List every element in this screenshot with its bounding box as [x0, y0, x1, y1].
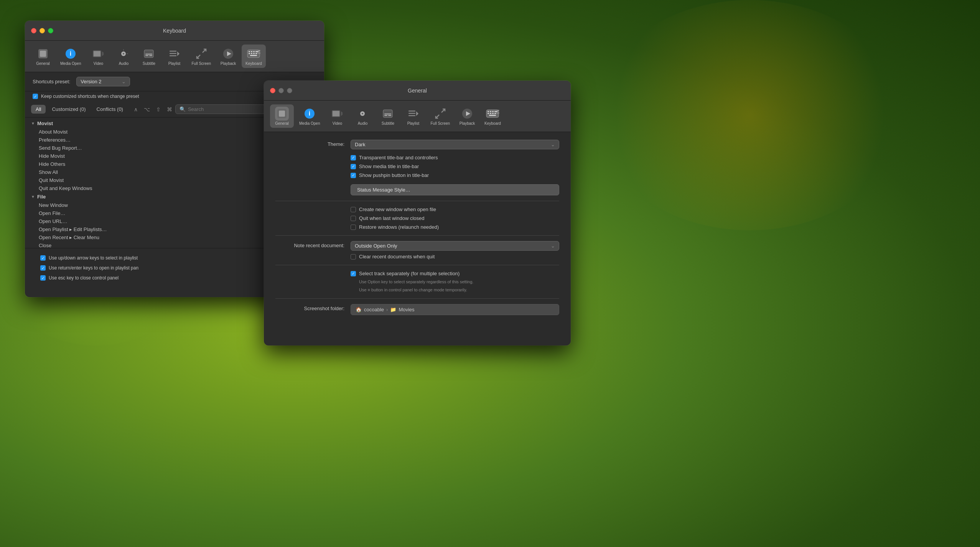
- general-toolbar-item-keyboard[interactable]: off option Keyboard: [481, 104, 505, 128]
- zoom-button[interactable]: [48, 28, 53, 33]
- option-icon[interactable]: ⌥: [142, 106, 152, 113]
- up-arrow-icon[interactable]: ∧: [132, 106, 139, 113]
- shift-icon[interactable]: ⇧: [155, 106, 162, 113]
- general-title-bar: General: [264, 81, 571, 101]
- transparent-titlebar-checkbox[interactable]: ✓: [351, 155, 356, 160]
- menu-item-label: Open File…: [39, 210, 65, 216]
- toolbar-item-playback[interactable]: Playback: [216, 45, 240, 68]
- general-toolbar-general-icon: [275, 107, 289, 121]
- menu-item-label: Hide Others: [39, 161, 65, 167]
- general-toolbar-label-keyboard: Keyboard: [484, 121, 501, 126]
- return-keys-checkbox[interactable]: ✓: [40, 265, 46, 271]
- general-toolbar-item-audio[interactable]: Audio: [351, 104, 374, 128]
- general-toolbar-item-fullscreen[interactable]: Full Screen: [427, 104, 454, 128]
- filter-tab-conflicts[interactable]: Conflicts (0): [92, 105, 128, 114]
- svg-rect-43: [333, 111, 339, 116]
- note-recent-value: Outside Open Only: [355, 243, 397, 249]
- show-pushpin-checkbox[interactable]: ✓: [351, 173, 356, 178]
- clear-recent-checkbox[interactable]: [351, 254, 356, 259]
- status-message-style-button[interactable]: Status Message Style…: [351, 184, 559, 195]
- section-collapse-icon: ▼: [31, 121, 35, 126]
- arrow-keys-checkbox[interactable]: ✓: [40, 255, 46, 261]
- toolbar-item-playlist[interactable]: Playlist: [162, 45, 186, 68]
- toolbar-item-video[interactable]: Video: [86, 45, 110, 68]
- shortcuts-preset-label: Shortcuts preset:: [33, 79, 70, 84]
- general-video-icon: [330, 107, 344, 121]
- svg-text:option: option: [496, 112, 499, 114]
- general-minimize-button[interactable]: [278, 88, 284, 93]
- general-toolbar-item-subtitle[interactable]: Subtitle: [376, 104, 400, 128]
- svg-marker-19: [177, 51, 180, 56]
- theme-control: Dark ⌄: [351, 140, 559, 149]
- svg-rect-62: [492, 111, 494, 112]
- toolbar-item-audio[interactable]: Audio: [112, 45, 135, 68]
- filter-tab-all[interactable]: All: [31, 105, 46, 114]
- keyboard-title-bar: Keyboard: [25, 21, 324, 41]
- search-icon: 🔍: [180, 106, 186, 112]
- select-track-checkbox[interactable]: ✓: [351, 271, 356, 276]
- divider-2: [275, 235, 559, 236]
- toolbar-label-general: General: [36, 61, 50, 66]
- dropdown-arrow-icon: ⌄: [122, 79, 126, 84]
- screenshot-folder-path[interactable]: 🏠 cocoable › 📁 Movies: [351, 304, 559, 315]
- note-recent-dropdown[interactable]: Outside Open Only ⌄: [351, 241, 559, 251]
- svg-marker-54: [416, 111, 418, 116]
- general-window-title: General: [408, 88, 427, 94]
- playlist-icon: [167, 47, 181, 61]
- minimize-button[interactable]: [40, 28, 45, 33]
- toolbar-item-general[interactable]: General: [31, 45, 55, 68]
- toolbar-label-fullscreen: Full Screen: [191, 61, 211, 66]
- svg-rect-32: [253, 53, 255, 54]
- toolbar-item-media-open[interactable]: i Media Open: [56, 45, 85, 68]
- quit-when-closed-checkbox[interactable]: [351, 216, 356, 221]
- svg-rect-69: [489, 115, 496, 116]
- clear-recent-label: Clear recent documents when quit: [359, 254, 435, 259]
- folder-movies-icon: 📁: [390, 307, 396, 312]
- general-toolbar-label-fullscreen: Full Screen: [430, 121, 450, 126]
- restore-windows-checkbox[interactable]: [351, 225, 356, 230]
- toolbar-item-fullscreen[interactable]: Full Screen: [188, 45, 215, 68]
- shortcuts-preset-dropdown[interactable]: Version 2 ⌄: [76, 77, 130, 86]
- toolbar-label-playback: Playback: [221, 61, 236, 66]
- general-traffic-lights: [270, 88, 292, 93]
- create-new-window-checkbox[interactable]: [351, 207, 356, 212]
- general-close-button[interactable]: [270, 88, 275, 93]
- section-collapse-icon: ▼: [31, 195, 35, 199]
- esc-key-label: Use esc key to close control panel: [49, 275, 119, 281]
- svg-point-9: [123, 53, 124, 55]
- general-toolbar-item-playlist[interactable]: Playlist: [401, 104, 425, 128]
- restore-windows-row: Restore windows (relaunch needed): [351, 224, 559, 230]
- toolbar-item-subtitle[interactable]: Subtitle: [137, 45, 161, 68]
- general-toolbar-item-video[interactable]: Video: [325, 104, 349, 128]
- theme-dropdown[interactable]: Dark ⌄: [351, 140, 559, 149]
- toolbar-item-keyboard[interactable]: off option Keyboard: [242, 45, 266, 68]
- select-track-checkbox-row: ✓ Select track separately (for multiple …: [351, 271, 559, 276]
- menu-item-label: New Window: [39, 202, 68, 208]
- svg-rect-18: [170, 55, 176, 56]
- titlebar-empty-label: [275, 155, 344, 156]
- screenshot-folder-control: 🏠 cocoable › 📁 Movies: [351, 304, 559, 315]
- filter-tab-customized[interactable]: Customized (0): [47, 105, 90, 114]
- general-playlist-icon: [406, 107, 420, 121]
- general-toolbar-label-general: General: [275, 121, 289, 126]
- command-icon[interactable]: ⌘: [165, 106, 174, 113]
- keyboard-toolbar: General i Media Open Video: [25, 41, 324, 72]
- svg-rect-38: [279, 111, 285, 117]
- audio-icon: [117, 47, 130, 61]
- esc-key-checkbox[interactable]: ✓: [40, 275, 46, 281]
- keep-customized-checkbox[interactable]: ✓: [33, 94, 38, 99]
- close-button[interactable]: [31, 28, 36, 33]
- show-media-title-checkbox[interactable]: ✓: [351, 164, 356, 169]
- svg-rect-49: [388, 115, 391, 116]
- general-toolbar-label-audio: Audio: [358, 121, 368, 126]
- general-toolbar-item-playback[interactable]: Playback: [455, 104, 479, 128]
- general-settings-content: Theme: Dark ⌄ ✓ Transparent title-bar an…: [264, 132, 571, 345]
- general-toolbar-item-media-open[interactable]: i Media Open: [295, 104, 324, 128]
- general-toolbar-item-general[interactable]: General: [270, 104, 294, 128]
- svg-rect-53: [408, 115, 415, 116]
- traffic-lights: [31, 28, 53, 33]
- shortcuts-preset-value: Version 2: [81, 79, 101, 84]
- playback-icon: [221, 47, 235, 61]
- svg-line-55: [436, 115, 439, 118]
- general-zoom-button[interactable]: [287, 88, 292, 93]
